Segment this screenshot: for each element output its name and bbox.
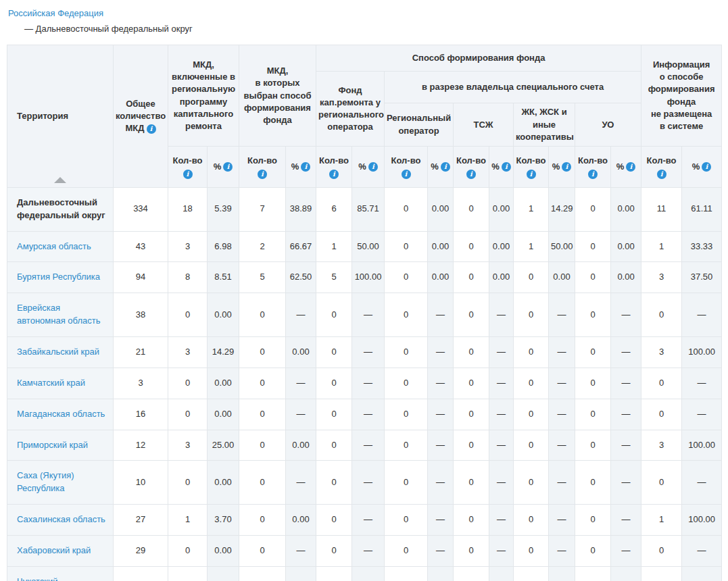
- column-header-special-account-owner: в разрезе владельца специального счета: [385, 72, 641, 103]
- info-icon[interactable]: i: [626, 162, 635, 172]
- qty-cell: 6: [316, 187, 352, 231]
- pct-cell: —: [286, 535, 316, 566]
- table-row: Магаданская область1600.000—0—0—0—0—0—0—: [7, 399, 722, 430]
- info-icon[interactable]: i: [402, 170, 411, 179]
- pct-cell: —: [682, 293, 722, 337]
- pct-cell: 0.00: [286, 505, 316, 536]
- pct-cell: 61.11: [682, 187, 722, 231]
- info-icon[interactable]: i: [183, 170, 193, 179]
- pct-cell: 14.29: [208, 337, 239, 368]
- qty-cell: 11: [641, 187, 682, 231]
- total-mkd-cell: 94: [114, 262, 168, 293]
- territory-link[interactable]: Сахалинская область: [17, 514, 105, 524]
- qty-cell: 0: [239, 535, 286, 566]
- territory-link[interactable]: Камчатский край: [17, 378, 85, 388]
- info-icon[interactable]: i: [527, 170, 536, 179]
- territory-header-label: Территория: [17, 111, 68, 121]
- pct-cell: 66.67: [286, 231, 316, 262]
- qty-cell: 2: [239, 231, 286, 262]
- qty-cell: 0: [385, 293, 428, 337]
- qty-cell: 0: [514, 430, 549, 461]
- pct-header: %i: [208, 146, 239, 187]
- qty-cell: 0: [641, 399, 682, 430]
- info-icon[interactable]: i: [441, 162, 450, 172]
- territory-link[interactable]: Саха (Якутия) Республика: [17, 470, 74, 493]
- qty-cell: 0: [514, 399, 549, 430]
- info-icon[interactable]: i: [562, 162, 571, 172]
- qty-cell: 0: [168, 293, 208, 337]
- qty-cell: 0: [641, 535, 682, 566]
- qty-cell: 0: [385, 399, 428, 430]
- qty-header: Кол-воi: [385, 146, 428, 187]
- total-mkd-cell: 334: [114, 187, 168, 231]
- qty-cell: 0: [385, 535, 428, 566]
- info-icon[interactable]: i: [258, 170, 267, 179]
- pct-cell: 0.00: [611, 262, 641, 293]
- qty-cell: 0: [316, 368, 352, 399]
- qty-cell: 3: [641, 337, 682, 368]
- territory-link[interactable]: Еврейская автономная область: [17, 303, 100, 326]
- qty-header: Кол-воi: [575, 146, 611, 187]
- qty-cell: 3: [168, 430, 208, 461]
- pct-label: %: [214, 161, 222, 172]
- pct-cell: —: [549, 399, 575, 430]
- qty-cell: 0: [575, 461, 611, 505]
- column-header-method-chosen: МКД, в которых выбран способ формировани…: [239, 45, 316, 147]
- pct-cell: 33.33: [682, 231, 722, 262]
- qty-label: Кол-во: [241, 155, 283, 167]
- qty-cell: 0: [514, 293, 549, 337]
- qty-label: Кол-во: [516, 155, 546, 167]
- pct-cell: —: [352, 337, 385, 368]
- column-header-tszh: ТСЖ: [454, 103, 514, 147]
- info-icon[interactable]: i: [657, 170, 666, 179]
- territory-cell: Камчатский край: [7, 368, 114, 399]
- info-icon[interactable]: i: [702, 162, 711, 172]
- pct-cell: —: [549, 293, 575, 337]
- pct-cell: —: [352, 535, 385, 566]
- territory-link[interactable]: Чукотский автономный округ: [17, 576, 91, 581]
- breadcrumb-link-russia[interactable]: Российская Федерация: [8, 8, 103, 18]
- qty-cell: 0: [454, 337, 489, 368]
- info-icon[interactable]: i: [223, 162, 233, 172]
- qty-cell: 0: [454, 187, 489, 231]
- qty-cell: 0: [575, 231, 611, 262]
- info-icon[interactable]: i: [502, 162, 511, 172]
- info-icon[interactable]: i: [329, 170, 339, 179]
- qty-cell: 0: [454, 293, 489, 337]
- pct-cell: —: [489, 461, 514, 505]
- pct-cell: —: [352, 368, 385, 399]
- territory-link[interactable]: Хабаровский край: [17, 545, 91, 555]
- info-icon[interactable]: i: [301, 162, 310, 172]
- territory-link[interactable]: Амурская область: [17, 241, 91, 251]
- pct-cell: —: [489, 505, 514, 536]
- pct-cell: 6.98: [208, 231, 239, 262]
- territory-link[interactable]: Бурятия Республика: [17, 272, 100, 282]
- pct-cell: 8.51: [208, 262, 239, 293]
- table-row: Саха (Якутия) Республика1000.000—0—0—0—0…: [7, 461, 722, 505]
- territory-link[interactable]: Приморский край: [17, 440, 88, 450]
- territory-link[interactable]: Забайкальский край: [17, 347, 99, 357]
- info-icon[interactable]: i: [147, 124, 156, 134]
- qty-header: Кол-воi: [239, 146, 286, 187]
- column-header-info-not-in-system: Информация о способе формирования фонда …: [641, 45, 722, 147]
- info-icon[interactable]: i: [368, 162, 378, 172]
- qty-cell: 0: [641, 293, 682, 337]
- column-header-regional-operator: Региональный оператор: [385, 103, 454, 147]
- qty-cell: 0: [316, 461, 352, 505]
- info-icon[interactable]: i: [588, 170, 598, 179]
- pct-label: %: [291, 161, 299, 172]
- column-header-territory[interactable]: Территория: [7, 45, 114, 188]
- sort-asc-icon[interactable]: [54, 177, 66, 183]
- qty-cell: 3: [641, 430, 682, 461]
- info-icon[interactable]: i: [466, 170, 476, 179]
- pct-cell: —: [611, 293, 641, 337]
- qty-cell: 0: [575, 430, 611, 461]
- territory-link[interactable]: Магаданская область: [17, 409, 105, 419]
- total-mkd-cell: 10: [114, 461, 168, 505]
- pct-header: %i: [286, 146, 316, 187]
- pct-cell: —: [611, 337, 641, 368]
- qty-cell: 0: [454, 430, 489, 461]
- qty-cell: 0: [385, 262, 428, 293]
- pct-cell: 0.00: [208, 293, 239, 337]
- qty-cell: 0: [316, 293, 352, 337]
